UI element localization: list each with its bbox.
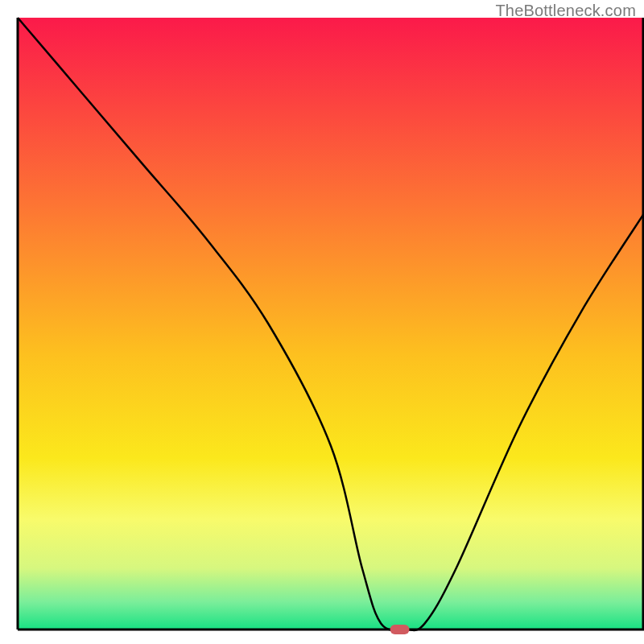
plot-background — [18, 18, 644, 630]
chart-container: TheBottleneck.com — [0, 0, 644, 644]
bottleneck-chart — [0, 0, 644, 644]
optimal-marker — [390, 625, 410, 634]
